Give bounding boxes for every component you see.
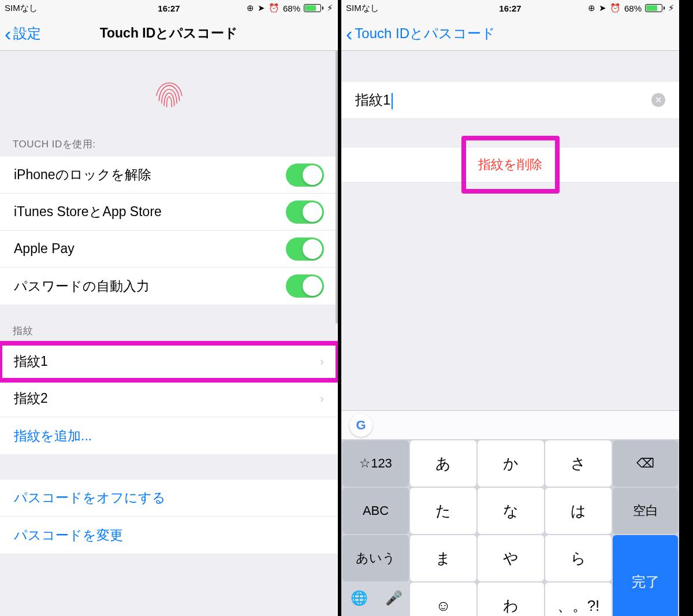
charging-icon: ⚡︎	[668, 3, 675, 13]
battery-percent: 68%	[283, 3, 300, 13]
key-sa[interactable]: さ	[545, 440, 612, 487]
row-passcode-change[interactable]: パスコードを変更	[0, 517, 338, 554]
chevron-right-icon: ›	[320, 392, 324, 405]
battery-icon	[304, 4, 323, 12]
key-a[interactable]: あ	[410, 440, 476, 487]
nav-bar: ‹ 設定 Touch IDとパスコード	[0, 16, 338, 51]
key-numbers[interactable]: ☆123	[342, 440, 409, 487]
mic-icon: 🎤	[385, 590, 403, 606]
key-ta[interactable]: た	[410, 488, 476, 534]
settings-screen-left: SIMなし 16:27 ⊕ ➤ ⏰ 68% ⚡︎ ‹ 設定 Touch IDとパ…	[0, 0, 338, 616]
delete-fingerprint-section: 指紋を削除	[341, 147, 679, 183]
keyboard: G ☆123 あ か さ ⌫ ABC た な は 空白 あいう ま や ら 完了…	[341, 410, 679, 616]
use-touchid-header: TOUCH IDを使用:	[0, 133, 338, 157]
key-ya[interactable]: や	[478, 535, 544, 581]
row-password-autofill[interactable]: パスワードの自動入力	[0, 268, 338, 305]
row-label: iPhoneのロックを解除	[14, 166, 151, 184]
alarm-icon: ⏰	[610, 3, 621, 13]
key-globe[interactable]: 🌐	[342, 581, 376, 615]
passcode-group: パスコードをオフにする パスコードを変更	[0, 480, 338, 554]
alarm-icon: ⏰	[269, 3, 280, 13]
text-cursor	[392, 93, 393, 109]
chevron-left-icon: ‹	[346, 24, 352, 43]
row-fingerprint-1[interactable]: 指紋1 ›	[0, 343, 338, 380]
orientation-lock-icon: ⊕	[588, 3, 595, 13]
row-add-fingerprint[interactable]: 指紋を追加...	[0, 417, 338, 454]
orientation-lock-icon: ⊕	[247, 3, 254, 13]
row-label: パスコードを変更	[14, 526, 123, 544]
clock: 16:27	[158, 3, 180, 13]
globe-icon: 🌐	[351, 590, 368, 606]
settings-content: TOUCH IDを使用: iPhoneのロックを解除 iTunes Storeと…	[0, 73, 338, 554]
fingerprints-group: 指紋1 › 指紋2 › 指紋を追加...	[0, 343, 338, 454]
page-title: Touch IDとパスコード	[100, 24, 239, 42]
status-right: ⊕ ➤ ⏰ 68% ⚡︎	[588, 3, 675, 13]
status-left: SIMなし	[5, 3, 38, 14]
back-button[interactable]: ‹ 設定	[5, 24, 41, 43]
sim-status: SIMなし	[5, 3, 38, 14]
key-ka[interactable]: か	[478, 440, 544, 487]
key-mic[interactable]: 🎤	[377, 581, 411, 615]
back-label: 設定	[13, 24, 41, 43]
row-fingerprint-2[interactable]: 指紋2 ›	[0, 380, 338, 417]
status-left: SIMなし	[346, 3, 379, 14]
nav-bar: ‹ Touch IDとパスコード	[341, 16, 679, 51]
row-label: 指紋1	[14, 352, 48, 370]
key-ha[interactable]: は	[545, 488, 612, 534]
key-abc[interactable]: ABC	[342, 488, 409, 534]
switch-password-autofill[interactable]	[286, 274, 324, 298]
battery-icon	[645, 4, 665, 12]
row-itunes-store[interactable]: iTunes StoreとApp Store	[0, 194, 338, 231]
status-bar: SIMなし 16:27 ⊕ ➤ ⏰ 68% ⚡︎	[341, 0, 679, 16]
key-na[interactable]: な	[478, 488, 544, 534]
row-apple-pay[interactable]: Apple Pay	[0, 231, 338, 268]
fingerprint-edit-screen-right: SIMなし 16:27 ⊕ ➤ ⏰ 68% ⚡︎ ‹ Touch IDとパスコー…	[341, 0, 679, 616]
row-label: 指紋2	[14, 389, 48, 407]
status-bar: SIMなし 16:27 ⊕ ➤ ⏰ 68% ⚡︎	[0, 0, 338, 16]
sim-status: SIMなし	[346, 3, 379, 14]
delete-label: 指紋を削除	[478, 156, 542, 173]
key-ma[interactable]: ま	[410, 535, 476, 581]
keyboard-suggestion-bar: G	[341, 410, 679, 439]
row-label: 指紋を追加...	[14, 427, 92, 445]
row-label: パスコードをオフにする	[14, 489, 166, 507]
charging-icon: ⚡︎	[327, 3, 333, 13]
chevron-left-icon: ‹	[5, 24, 11, 43]
chevron-right-icon: ›	[320, 355, 324, 368]
row-label: Apple Pay	[14, 241, 74, 257]
key-aiu[interactable]: あいう	[342, 535, 409, 581]
row-label: パスワードの自動入力	[14, 277, 150, 295]
delete-fingerprint-button[interactable]: 指紋を削除	[341, 147, 679, 183]
switch-itunes-store[interactable]	[286, 201, 324, 224]
keyboard-bottom-row: 🌐 🎤	[341, 581, 679, 616]
google-icon[interactable]: G	[349, 414, 372, 437]
row-passcode-off[interactable]: パスコードをオフにする	[0, 480, 338, 517]
touchid-toggle-group: iPhoneのロックを解除 iTunes StoreとApp Store App…	[0, 157, 338, 305]
scrollbar[interactable]	[336, 23, 338, 324]
key-ra[interactable]: ら	[545, 535, 612, 581]
location-icon: ➤	[258, 3, 265, 13]
battery-percent: 68%	[624, 3, 642, 13]
back-label: Touch IDとパスコード	[355, 24, 495, 43]
row-iphone-unlock[interactable]: iPhoneのロックを解除	[0, 157, 338, 194]
fingerprint-icon	[149, 73, 189, 113]
key-space[interactable]: 空白	[613, 488, 678, 534]
clock: 16:27	[499, 3, 521, 13]
location-icon: ➤	[599, 3, 606, 13]
status-right: ⊕ ➤ ⏰ 68% ⚡︎	[247, 3, 333, 13]
back-button[interactable]: ‹ Touch IDとパスコード	[346, 24, 495, 43]
row-label: iTunes StoreとApp Store	[14, 203, 162, 221]
switch-iphone-unlock[interactable]	[286, 164, 324, 187]
clear-text-icon[interactable]: ✕	[651, 93, 665, 107]
fingerprint-name-input-row[interactable]: 指紋1 ✕	[341, 81, 679, 119]
key-backspace[interactable]: ⌫	[613, 440, 678, 487]
fingerprints-header: 指紋	[0, 305, 338, 343]
switch-apple-pay[interactable]	[286, 238, 324, 261]
backspace-icon: ⌫	[636, 456, 654, 471]
fingerprint-name-input[interactable]: 指紋1	[355, 91, 393, 109]
